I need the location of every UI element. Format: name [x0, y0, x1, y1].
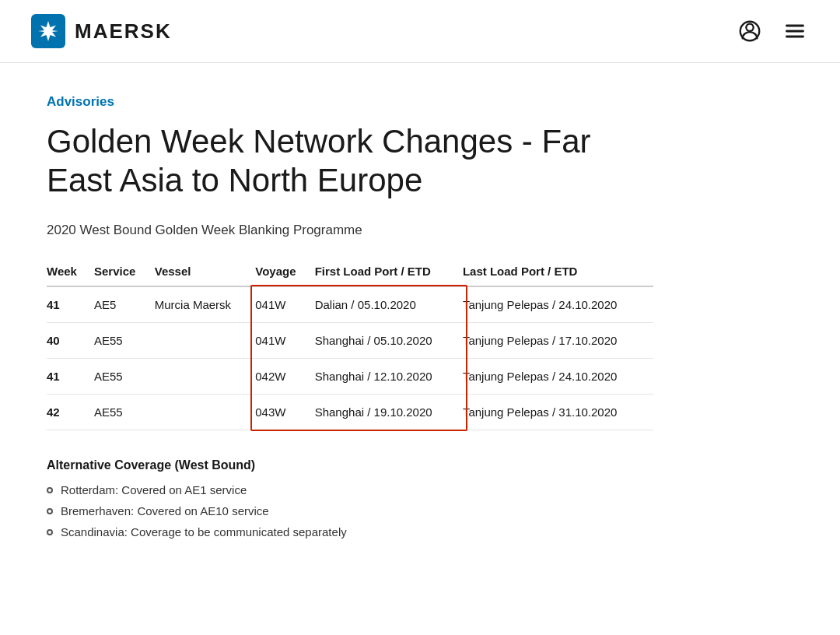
site-header: MAERSK: [0, 0, 840, 63]
blanking-table-wrapper: Week Service Vessel Voyage First Load Po…: [47, 257, 653, 430]
breadcrumb: Advisories: [47, 94, 653, 110]
cell-service: AE5: [94, 286, 155, 323]
menu-icon[interactable]: [781, 17, 809, 45]
cell-week: 40: [47, 322, 94, 358]
alt-coverage-section: Alternative Coverage (West Bound) Rotter…: [47, 458, 653, 539]
bullet-icon: [47, 508, 53, 514]
alt-coverage-list: Rotterdam: Covered on AE1 serviceBremerh…: [47, 483, 653, 539]
cell-vessel: Murcia Maersk: [155, 286, 256, 323]
col-service: Service: [94, 257, 155, 286]
table-row: 42AE55043WShanghai / 19.10.2020Tanjung P…: [47, 394, 653, 430]
table-header-row: Week Service Vessel Voyage First Load Po…: [47, 257, 653, 286]
cell-week: 42: [47, 394, 94, 430]
alt-coverage-item: Scandinavia: Coverage to be communicated…: [47, 525, 653, 539]
cell-first-load: Shanghai / 19.10.2020: [315, 394, 463, 430]
cell-last-load: Tanjung Pelepas / 17.10.2020: [463, 322, 653, 358]
cell-first-load: Dalian / 05.10.2020: [315, 286, 463, 323]
cell-vessel: [155, 322, 256, 358]
cell-last-load: Tanjung Pelepas / 24.10.2020: [463, 286, 653, 323]
svg-marker-0: [38, 21, 58, 41]
cell-week: 41: [47, 286, 94, 323]
col-vessel: Vessel: [155, 257, 256, 286]
blanking-table: Week Service Vessel Voyage First Load Po…: [47, 257, 653, 430]
header-actions: [736, 17, 809, 45]
cell-vessel: [155, 394, 256, 430]
maersk-star-logo: [31, 14, 65, 48]
alt-coverage-item: Rotterdam: Covered on AE1 service: [47, 483, 653, 496]
svg-point-1: [746, 24, 753, 31]
cell-voyage: 042W: [255, 358, 314, 394]
alt-coverage-item-text: Scandinavia: Coverage to be communicated…: [61, 525, 347, 539]
cell-week: 41: [47, 358, 94, 394]
bullet-icon: [47, 529, 53, 535]
cell-service: AE55: [94, 394, 155, 430]
cell-first-load: Shanghai / 05.10.2020: [315, 322, 463, 358]
cell-service: AE55: [94, 322, 155, 358]
col-first-load: First Load Port / ETD: [315, 257, 463, 286]
page-title: Golden Week Network Changes - Far East A…: [47, 122, 653, 201]
main-content: Advisories Golden Week Network Changes -…: [0, 63, 700, 593]
logo-group: MAERSK: [31, 14, 172, 48]
cell-service: AE55: [94, 358, 155, 394]
subtitle: 2020 West Bound Golden Week Blanking Pro…: [47, 223, 653, 238]
cell-voyage: 043W: [255, 394, 314, 430]
table-row: 41AE55042WShanghai / 12.10.2020Tanjung P…: [47, 358, 653, 394]
cell-first-load: Shanghai / 12.10.2020: [315, 358, 463, 394]
bullet-icon: [47, 487, 53, 493]
cell-voyage: 041W: [255, 322, 314, 358]
cell-voyage: 041W: [255, 286, 314, 323]
cell-last-load: Tanjung Pelepas / 31.10.2020: [463, 394, 653, 430]
alt-coverage-item-text: Bremerhaven: Covered on AE10 service: [61, 504, 269, 517]
alt-coverage-item-text: Rotterdam: Covered on AE1 service: [61, 483, 247, 496]
col-last-load: Last Load Port / ETD: [463, 257, 653, 286]
cell-vessel: [155, 358, 256, 394]
alt-coverage-title: Alternative Coverage (West Bound): [47, 458, 653, 472]
table-row: 41AE5Murcia Maersk041WDalian / 05.10.202…: [47, 286, 653, 323]
alt-coverage-item: Bremerhaven: Covered on AE10 service: [47, 504, 653, 517]
col-voyage: Voyage: [255, 257, 314, 286]
user-icon[interactable]: [736, 17, 764, 45]
table-row: 40AE55041WShanghai / 05.10.2020Tanjung P…: [47, 322, 653, 358]
cell-last-load: Tanjung Pelepas / 24.10.2020: [463, 358, 653, 394]
brand-name: MAERSK: [75, 19, 172, 44]
col-week: Week: [47, 257, 94, 286]
